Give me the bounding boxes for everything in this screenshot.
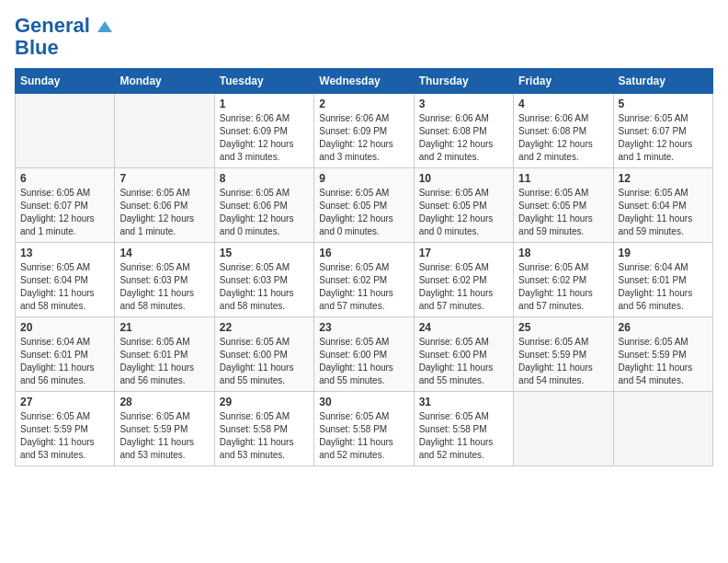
day-number: 3 [419,98,508,110]
calendar-cell [16,94,115,168]
calendar-cell: 24Sunrise: 6:05 AM Sunset: 6:00 PM Dayli… [414,317,513,392]
calendar-cell: 8Sunrise: 6:05 AM Sunset: 6:06 PM Daylig… [214,168,313,243]
calendar-cell: 25Sunrise: 6:05 AM Sunset: 5:59 PM Dayli… [514,317,613,392]
calendar-cell: 31Sunrise: 6:05 AM Sunset: 5:58 PM Dayli… [414,392,513,466]
day-number: 28 [119,396,209,408]
day-number: 2 [319,98,408,110]
calendar-cell: 28Sunrise: 6:05 AM Sunset: 5:59 PM Dayli… [115,392,214,466]
calendar-cell: 1Sunrise: 6:06 AM Sunset: 6:09 PM Daylig… [214,94,313,168]
day-number: 27 [20,396,109,408]
day-number: 31 [419,396,508,408]
day-number: 25 [518,321,608,334]
day-info: Sunrise: 6:05 AM Sunset: 5:58 PM Dayligh… [419,410,508,462]
day-number: 22 [220,321,309,334]
calendar-cell: 23Sunrise: 6:05 AM Sunset: 6:00 PM Dayli… [314,317,414,392]
day-info: Sunrise: 6:05 AM Sunset: 6:06 PM Dayligh… [119,187,209,238]
day-info: Sunrise: 6:05 AM Sunset: 5:59 PM Dayligh… [119,410,209,462]
day-info: Sunrise: 6:05 AM Sunset: 6:02 PM Dayligh… [319,261,408,313]
day-info: Sunrise: 6:05 AM Sunset: 6:03 PM Dayligh… [119,261,209,313]
calendar-cell [115,94,214,168]
calendar-cell: 15Sunrise: 6:05 AM Sunset: 6:03 PM Dayli… [214,243,313,317]
day-number: 11 [518,172,608,185]
day-number: 12 [619,172,708,185]
weekday-header-saturday: Saturday [613,69,712,94]
day-info: Sunrise: 6:05 AM Sunset: 6:04 PM Dayligh… [20,261,109,313]
day-number: 4 [518,98,608,110]
day-info: Sunrise: 6:05 AM Sunset: 6:07 PM Dayligh… [20,187,109,238]
weekday-header-wednesday: Wednesday [314,69,414,94]
day-number: 1 [220,98,309,110]
day-info: Sunrise: 6:05 AM Sunset: 6:05 PM Dayligh… [518,187,608,238]
calendar-cell: 3Sunrise: 6:06 AM Sunset: 6:08 PM Daylig… [414,94,513,168]
calendar-cell: 17Sunrise: 6:05 AM Sunset: 6:02 PM Dayli… [414,243,513,317]
day-number: 18 [518,247,608,259]
weekday-header-sunday: Sunday [16,69,115,94]
day-number: 20 [20,321,109,334]
day-info: Sunrise: 6:05 AM Sunset: 6:00 PM Dayligh… [319,336,408,387]
day-number: 9 [319,172,408,185]
calendar-cell: 6Sunrise: 6:05 AM Sunset: 6:07 PM Daylig… [16,168,115,243]
day-info: Sunrise: 6:05 AM Sunset: 6:06 PM Dayligh… [220,187,309,238]
calendar-cell: 21Sunrise: 6:05 AM Sunset: 6:01 PM Dayli… [115,317,214,392]
calendar-cell: 26Sunrise: 6:05 AM Sunset: 5:59 PM Dayli… [613,317,712,392]
weekday-header-friday: Friday [514,69,613,94]
day-info: Sunrise: 6:05 AM Sunset: 6:01 PM Dayligh… [119,336,209,387]
calendar-cell: 2Sunrise: 6:06 AM Sunset: 6:09 PM Daylig… [314,94,414,168]
day-info: Sunrise: 6:06 AM Sunset: 6:09 PM Dayligh… [319,112,408,164]
weekday-header-tuesday: Tuesday [214,69,313,94]
calendar-table: SundayMondayTuesdayWednesdayThursdayFrid… [15,68,713,466]
calendar-cell: 18Sunrise: 6:05 AM Sunset: 6:02 PM Dayli… [514,243,613,317]
day-info: Sunrise: 6:05 AM Sunset: 6:05 PM Dayligh… [419,187,508,238]
day-info: Sunrise: 6:05 AM Sunset: 6:05 PM Dayligh… [319,187,408,238]
day-info: Sunrise: 6:06 AM Sunset: 6:08 PM Dayligh… [419,112,508,164]
calendar-cell: 16Sunrise: 6:05 AM Sunset: 6:02 PM Dayli… [314,243,414,317]
day-info: Sunrise: 6:05 AM Sunset: 5:59 PM Dayligh… [518,336,608,387]
logo-text: General [15,15,112,37]
calendar-cell: 13Sunrise: 6:05 AM Sunset: 6:04 PM Dayli… [16,243,115,317]
day-number: 21 [119,321,209,334]
day-number: 16 [319,247,408,259]
calendar-cell: 5Sunrise: 6:05 AM Sunset: 6:07 PM Daylig… [613,94,712,168]
day-number: 15 [220,247,309,259]
day-number: 23 [319,321,408,334]
calendar-cell [514,392,613,466]
calendar-cell [613,392,712,466]
calendar-cell: 4Sunrise: 6:06 AM Sunset: 6:08 PM Daylig… [514,94,613,168]
day-info: Sunrise: 6:05 AM Sunset: 5:59 PM Dayligh… [20,410,109,462]
calendar-cell: 14Sunrise: 6:05 AM Sunset: 6:03 PM Dayli… [115,243,214,317]
day-number: 19 [619,247,708,259]
page-header: General Blue [15,15,713,59]
day-number: 10 [419,172,508,185]
day-info: Sunrise: 6:05 AM Sunset: 6:07 PM Dayligh… [619,112,708,164]
day-info: Sunrise: 6:04 AM Sunset: 6:01 PM Dayligh… [619,261,708,313]
day-info: Sunrise: 6:05 AM Sunset: 6:00 PM Dayligh… [220,336,309,387]
day-number: 13 [20,247,109,259]
day-info: Sunrise: 6:04 AM Sunset: 6:01 PM Dayligh… [20,336,109,387]
calendar-cell: 11Sunrise: 6:05 AM Sunset: 6:05 PM Dayli… [514,168,613,243]
day-number: 26 [619,321,708,334]
logo-line2: Blue [15,37,59,59]
day-info: Sunrise: 6:05 AM Sunset: 6:04 PM Dayligh… [619,187,708,238]
day-number: 8 [220,172,309,185]
day-info: Sunrise: 6:06 AM Sunset: 6:09 PM Dayligh… [220,112,309,164]
day-info: Sunrise: 6:05 AM Sunset: 5:58 PM Dayligh… [220,410,309,462]
day-number: 7 [119,172,209,185]
weekday-header-thursday: Thursday [414,69,513,94]
day-number: 17 [419,247,508,259]
day-info: Sunrise: 6:06 AM Sunset: 6:08 PM Dayligh… [518,112,608,164]
day-info: Sunrise: 6:05 AM Sunset: 5:59 PM Dayligh… [619,336,708,387]
day-info: Sunrise: 6:05 AM Sunset: 6:02 PM Dayligh… [419,261,508,313]
day-number: 14 [119,247,209,259]
day-number: 30 [319,396,408,408]
calendar-cell: 7Sunrise: 6:05 AM Sunset: 6:06 PM Daylig… [115,168,214,243]
day-number: 5 [619,98,708,110]
day-number: 29 [220,396,309,408]
svg-marker-0 [97,21,112,32]
day-info: Sunrise: 6:05 AM Sunset: 6:00 PM Dayligh… [419,336,508,387]
calendar-cell: 29Sunrise: 6:05 AM Sunset: 5:58 PM Dayli… [214,392,313,466]
day-info: Sunrise: 6:05 AM Sunset: 6:02 PM Dayligh… [518,261,608,313]
day-number: 24 [419,321,508,334]
day-number: 6 [20,172,109,185]
calendar-cell: 12Sunrise: 6:05 AM Sunset: 6:04 PM Dayli… [613,168,712,243]
calendar-cell: 9Sunrise: 6:05 AM Sunset: 6:05 PM Daylig… [314,168,414,243]
